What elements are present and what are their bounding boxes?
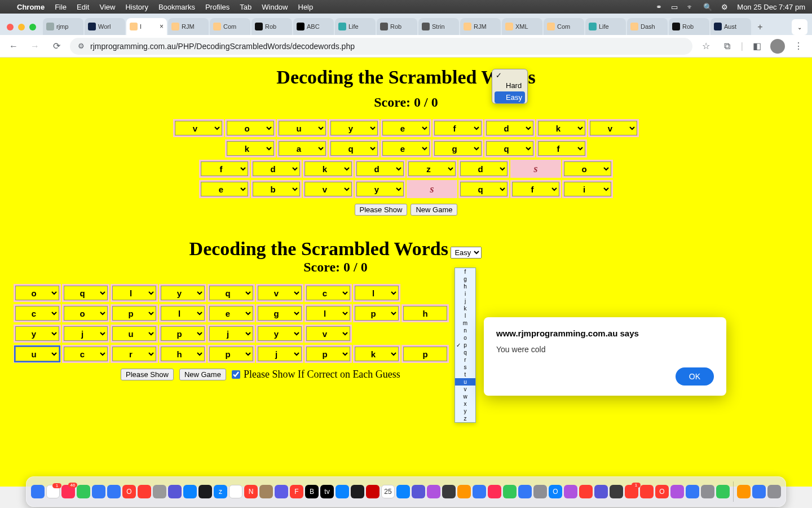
letter-select[interactable]: o — [564, 161, 611, 176]
browser-tab[interactable]: I× — [126, 18, 167, 35]
letter-select[interactable]: p — [306, 347, 350, 361]
letter-select[interactable]: q — [460, 182, 508, 196]
show-correct-checkbox[interactable] — [232, 370, 240, 379]
letter-option[interactable]: z — [455, 415, 475, 422]
menu-window[interactable]: Window — [262, 3, 288, 11]
dock-app-icon[interactable] — [138, 485, 151, 498]
close-tab-icon[interactable]: × — [160, 23, 164, 30]
letter-select[interactable]: y — [356, 182, 404, 196]
app-name[interactable]: Chrome — [17, 3, 45, 11]
dock-app-icon[interactable] — [716, 485, 730, 498]
dock-app-icon[interactable] — [670, 485, 684, 498]
letter-select[interactable]: j — [64, 326, 108, 341]
dock-app-icon[interactable] — [564, 485, 577, 498]
letter-select[interactable]: k — [538, 121, 585, 135]
dock-app-icon[interactable] — [396, 485, 410, 498]
letter-option[interactable]: f — [455, 268, 475, 275]
letter-select[interactable]: q — [486, 141, 533, 156]
letter-select[interactable]: c — [15, 306, 59, 321]
letter-option[interactable]: o — [455, 334, 475, 341]
bluetooth-icon[interactable]: ⚭ — [656, 3, 662, 11]
menu-view[interactable]: View — [99, 3, 115, 11]
letter-option[interactable]: l — [455, 312, 475, 319]
difficulty-option-easy[interactable]: Easy — [495, 91, 525, 103]
letter-select[interactable]: i — [564, 182, 611, 196]
letter-option[interactable]: h — [455, 283, 475, 290]
letter-select[interactable]: k — [355, 347, 399, 361]
letter-select[interactable]: z — [408, 161, 456, 176]
browser-tab[interactable]: XML — [502, 18, 542, 35]
letter-dropdown-list[interactable]: fghijklmnopqrstuvwxyz — [454, 268, 476, 423]
please-show-button[interactable]: Please Show — [355, 204, 408, 216]
letter-select[interactable]: k — [227, 141, 274, 156]
browser-tab[interactable]: Aust — [710, 18, 751, 35]
dock-app-icon[interactable] — [686, 485, 699, 498]
letter-option[interactable]: y — [455, 408, 475, 415]
browser-tab[interactable]: Strin — [418, 18, 459, 35]
browser-tab[interactable]: RJM — [168, 18, 209, 35]
dock-app-icon[interactable] — [366, 485, 379, 498]
letter-select[interactable]: p — [112, 306, 156, 321]
address-bar[interactable]: ⚙ rjmprogramming.com.au/PHP/DecodingScra… — [70, 38, 692, 55]
letter-select[interactable]: q — [64, 286, 108, 300]
dock-app-icon[interactable] — [275, 485, 288, 498]
dock-app-icon[interactable]: B — [305, 485, 319, 498]
dock-app-icon[interactable] — [488, 485, 501, 498]
close-window-button[interactable] — [7, 24, 14, 30]
dock-app-icon[interactable] — [594, 485, 608, 498]
dock-app-icon[interactable] — [427, 485, 440, 498]
alert-ok-button[interactable]: OK — [676, 367, 714, 386]
dock-app-icon[interactable] — [457, 485, 471, 498]
letter-option[interactable]: t — [455, 371, 475, 378]
dock-app-icon[interactable] — [503, 485, 517, 498]
browser-tab[interactable]: Life — [335, 18, 376, 35]
letter-select[interactable]: g — [258, 306, 302, 321]
letter-select[interactable]: q — [330, 141, 378, 156]
letter-select[interactable]: d — [460, 161, 508, 176]
dock-app-icon[interactable] — [737, 485, 751, 498]
letter-select[interactable]: e — [209, 306, 253, 321]
menu-tab[interactable]: Tab — [240, 3, 251, 11]
browser-tab[interactable]: RJM — [460, 18, 501, 35]
letter-option[interactable]: p — [455, 341, 475, 349]
browser-tab[interactable]: Life — [585, 18, 626, 35]
menu-history[interactable]: History — [125, 3, 148, 11]
letter-option[interactable]: x — [455, 400, 475, 408]
letter-select[interactable]: u — [15, 347, 59, 361]
letter-select[interactable]: v — [258, 286, 302, 300]
letter-option[interactable]: q — [455, 349, 475, 356]
menu-profiles[interactable]: Profiles — [205, 3, 230, 11]
browser-tab[interactable]: Dash — [627, 18, 668, 35]
dock-app-icon[interactable] — [579, 485, 593, 498]
difficulty-select[interactable]: Easy — [451, 247, 482, 259]
letter-select[interactable]: c — [306, 286, 350, 300]
dock-app-icon[interactable] — [640, 485, 654, 498]
dock-app-icon[interactable] — [259, 485, 273, 498]
dock-app-icon[interactable] — [610, 485, 623, 498]
dock-app-icon[interactable] — [701, 485, 714, 498]
letter-select[interactable]: o — [15, 286, 59, 300]
dock-app-icon[interactable] — [625, 485, 638, 498]
please-show-button-2[interactable]: Please Show — [121, 369, 174, 380]
dock-app-icon[interactable] — [92, 485, 105, 498]
letter-select[interactable]: e — [382, 121, 430, 135]
letter-select[interactable]: e — [382, 141, 430, 156]
letter-select[interactable]: l — [161, 306, 205, 321]
letter-option[interactable]: k — [455, 305, 475, 312]
dock-app-icon[interactable]: N — [244, 485, 258, 498]
dock-app-icon[interactable] — [183, 485, 197, 498]
menu-file[interactable]: File — [55, 3, 67, 11]
difficulty-option-blank[interactable] — [492, 69, 527, 80]
browser-tab[interactable]: Rob — [251, 18, 292, 35]
letter-option[interactable]: n — [455, 327, 475, 334]
dock-app-icon[interactable]: O — [122, 485, 136, 498]
letter-option[interactable]: v — [455, 386, 475, 393]
letter-select[interactable]: y — [258, 326, 302, 341]
letter-select[interactable]: e — [201, 182, 248, 196]
dock-app-icon[interactable] — [767, 485, 781, 498]
dock-app-icon[interactable] — [336, 485, 349, 498]
dock-app-icon[interactable]: z — [214, 485, 227, 498]
dock-app-icon[interactable] — [412, 485, 425, 498]
letter-select[interactable]: c — [64, 347, 108, 361]
battery-icon[interactable]: ▭ — [671, 3, 678, 11]
